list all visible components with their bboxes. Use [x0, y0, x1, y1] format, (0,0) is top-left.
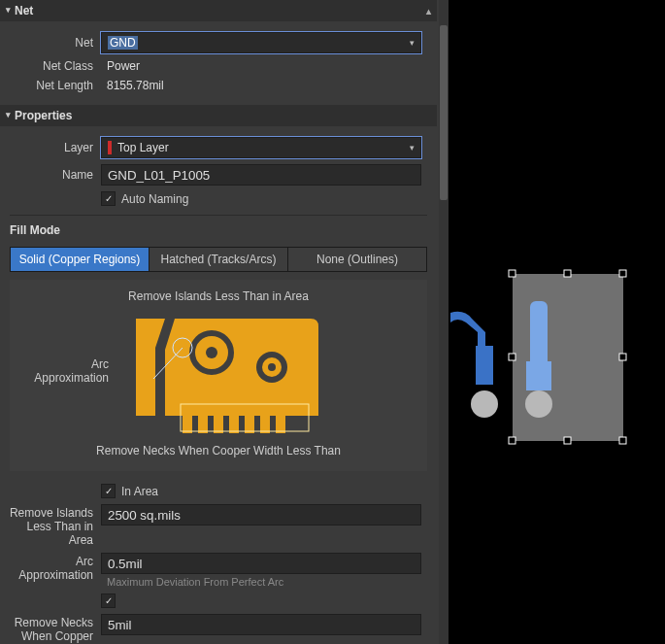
label-net-length: Net Length [0, 79, 101, 92]
caret-down-icon: ▾ [410, 38, 415, 48]
label-remove-islands-2: Less Than in Area [0, 520, 93, 547]
svg-rect-26 [509, 437, 515, 444]
in-area-checkbox[interactable]: ✓ [101, 484, 116, 498]
remove-necks-checkbox[interactable]: ✓ [101, 593, 116, 608]
collapse-triangle-icon: ▾ [6, 110, 11, 119]
svg-rect-1 [198, 416, 208, 433]
illus-caption-top: Remove Islands Less Than in Area [19, 289, 417, 303]
fill-mode-title: Fill Mode [0, 218, 437, 243]
label-remove-necks-2: When Copper [0, 629, 93, 643]
svg-rect-0 [183, 416, 192, 433]
net-dropdown-value: GND [108, 36, 138, 50]
properties-panel: ▾ Net ▴ Net GND ▾ Net Class Power [0, 0, 449, 644]
illus-caption-side2: Approximation [21, 371, 109, 385]
label-name: Name [0, 168, 101, 182]
svg-point-8 [206, 347, 217, 358]
illus-caption-side1: Arc [21, 357, 109, 371]
in-area-label: In Area [121, 485, 158, 498]
label-arc-1: Arc [0, 555, 93, 568]
svg-rect-2 [214, 416, 223, 433]
layer-dropdown[interactable]: Top Layer ▾ [101, 137, 421, 158]
auto-naming-checkbox[interactable]: ✓ [101, 191, 116, 206]
svg-point-20 [525, 390, 552, 418]
svg-rect-6 [276, 416, 285, 433]
section-title-net: Net [15, 4, 33, 17]
svg-rect-16 [476, 346, 493, 385]
auto-naming-label: Auto Naming [121, 192, 188, 206]
remove-islands-input[interactable] [101, 504, 421, 525]
chevron-up-icon[interactable]: ▴ [426, 6, 431, 17]
section-title-properties: Properties [15, 109, 72, 122]
arc-approx-hint: Maximum Deviation From Perfect Arc [101, 576, 421, 588]
label-layer: Layer [0, 141, 101, 154]
panel-scrollbar[interactable] [439, 0, 449, 644]
collapse-triangle-icon: ▾ [6, 5, 11, 15]
fill-mode-hatched[interactable]: Hatched (Tracks/Arcs) [150, 248, 288, 271]
svg-rect-15 [513, 274, 623, 441]
svg-rect-28 [619, 437, 626, 444]
fill-mode-illustration: Remove Islands Less Than in Area Arc App… [10, 280, 427, 471]
caret-down-icon: ▾ [410, 143, 415, 153]
layer-dropdown-value: Top Layer [117, 141, 169, 154]
pcb-canvas[interactable] [449, 0, 665, 644]
svg-rect-23 [619, 270, 626, 277]
svg-rect-24 [509, 354, 515, 360]
copper-region-illustration-icon [107, 309, 330, 435]
svg-rect-5 [260, 416, 270, 433]
section-header-net[interactable]: ▾ Net ▴ [0, 0, 437, 21]
svg-point-17 [471, 390, 498, 418]
fill-mode-none[interactable]: None (Outlines) [288, 248, 426, 271]
remove-necks-input[interactable] [101, 614, 421, 635]
arc-approx-input[interactable] [101, 553, 421, 574]
label-arc-2: Approximation [0, 568, 93, 582]
fill-mode-segmented: Solid (Copper Regions) Hatched (Tracks/A… [10, 247, 427, 272]
value-net-class: Power [101, 59, 421, 73]
svg-rect-25 [619, 354, 626, 360]
label-net: Net [0, 36, 101, 50]
svg-rect-27 [564, 437, 571, 444]
label-remove-islands-1: Remove Islands [0, 506, 93, 520]
svg-rect-21 [509, 270, 515, 277]
svg-point-11 [268, 363, 276, 371]
name-input[interactable] [101, 164, 421, 186]
pcb-preview [449, 0, 665, 644]
svg-rect-19 [526, 361, 551, 390]
label-remove-necks-1: Remove Necks [0, 616, 93, 629]
svg-rect-22 [564, 270, 571, 277]
illus-caption-bottom: Remove Necks When Cooper Width Less Than [19, 444, 417, 458]
section-header-properties[interactable]: ▾ Properties [0, 105, 437, 126]
value-net-length: 8155.78mil [101, 79, 421, 92]
scrollbar-thumb[interactable] [440, 25, 448, 200]
svg-rect-4 [245, 416, 254, 433]
label-net-class: Net Class [0, 59, 101, 73]
fill-mode-solid[interactable]: Solid (Copper Regions) [11, 248, 150, 271]
net-dropdown[interactable]: GND ▾ [101, 32, 421, 53]
svg-rect-3 [229, 416, 239, 433]
